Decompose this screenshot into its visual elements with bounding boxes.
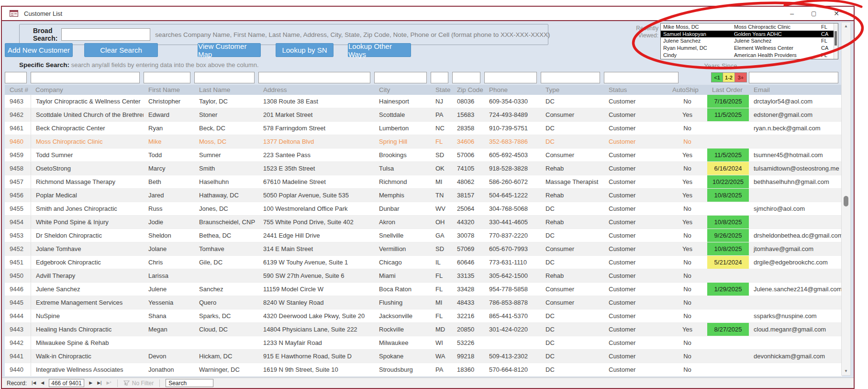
column-header-autoship[interactable]: AutoShip [668, 85, 707, 95]
cell-last-order: 5/21/2024 [707, 256, 749, 269]
recently-viewed-scrollbar[interactable] [834, 23, 838, 59]
cell-state: MI [431, 299, 452, 306]
scroll-down-icon[interactable]: ▼ [842, 367, 850, 375]
last-record-button[interactable]: ▶| [97, 381, 101, 385]
filter-input-first[interactable] [144, 72, 190, 83]
table-row[interactable]: 9457Richmond Massage TherapyBethHaselhuh… [5, 175, 842, 189]
filter-input-address[interactable] [258, 72, 370, 83]
column-header-phone[interactable]: Phone [484, 85, 541, 95]
table-row[interactable]: 9458OsetoStrongMarcySmith1523 E 35th Str… [5, 162, 842, 175]
table-row[interactable]: 9460Moss Chiropractic ClinicMikeMoss, DC… [5, 135, 842, 149]
table-row[interactable]: 9451Edgebrook ChiropracticChrisGile, DC6… [5, 256, 842, 269]
cell-company: Healing Hands Chiropractic [31, 323, 144, 336]
scroll-up-icon[interactable]: ▲ [842, 23, 850, 30]
table-row[interactable]: 9440Integrative Wellness AssociatesJonat… [5, 363, 842, 377]
table-row[interactable]: 9461Beck Chiropractic CenterRyanBeck, DC… [5, 122, 842, 135]
column-header-email[interactable]: Email [749, 85, 842, 95]
table-row[interactable]: 9442Milwaukee Spine & Rehab1233 N Mayfai… [5, 336, 842, 350]
cell-autoship: No [668, 205, 707, 212]
column-header-state[interactable]: State [431, 85, 452, 95]
column-header-lastorder[interactable]: Last Order [707, 85, 749, 95]
recently-viewed-item[interactable]: Julene SanchezJulene SanchezFL [661, 37, 838, 45]
recently-viewed-item[interactable]: Ryan Hummel, DCElement Wellness CenterCA [661, 45, 838, 52]
column-header-last[interactable]: Last Name [194, 85, 258, 95]
table-row[interactable]: 9450Advill TherapyLarissa590 SW 27th Ave… [5, 269, 842, 283]
scroll-thumb[interactable] [844, 196, 848, 206]
cell-company: NuSpine [31, 309, 144, 322]
column-header-zip[interactable]: Zip Code [452, 85, 484, 95]
cell-zip: 44320 [452, 218, 484, 226]
cell-last: Warninger, DC [194, 366, 258, 373]
filter-input-zip[interactable] [452, 72, 480, 83]
filter-input-city[interactable] [374, 72, 427, 83]
cell-autoship: No [668, 125, 707, 132]
maximize-button[interactable]: ▢ [811, 11, 816, 16]
table-row[interactable]: 9453Dr Sheldon ChiropracticSheldonBethea… [5, 229, 842, 242]
column-header-id[interactable]: Cust # [5, 85, 31, 95]
column-header-company[interactable]: Company [31, 85, 144, 95]
column-header-address[interactable]: Address [258, 85, 374, 95]
vertical-scrollbar[interactable]: ▲ ▼ [841, 22, 851, 376]
table-row[interactable]: 9452Jolane TomhaveJolaneTomhave314 E Mai… [5, 242, 842, 256]
column-header-city[interactable]: City [374, 85, 431, 95]
cell-autoship: Yes [668, 326, 707, 333]
filter-input-company[interactable] [31, 72, 140, 83]
filter-input-last[interactable] [194, 72, 255, 83]
cell-state: PA [431, 111, 452, 118]
filter-status[interactable]: No Filter [123, 380, 154, 387]
filter-input-id[interactable] [5, 72, 27, 83]
cell-last-order [707, 296, 749, 309]
table-row[interactable]: 9455Smith and Jones ChiropracticRussJone… [5, 202, 842, 216]
recently-viewed-scroll-thumb[interactable] [835, 31, 837, 46]
recently-viewed-item[interactable]: Mike Moss, DCMoss Chiropractic ClinicFL [661, 23, 838, 31]
cell-city: Snellville [374, 232, 431, 239]
cell-status: Customer [604, 218, 668, 226]
cell-id: 9443 [5, 326, 31, 333]
recently-viewed-item[interactable]: CindyAmerican Health ProvidersFL [661, 51, 838, 58]
table-row[interactable]: 9456Poplar MedicalJaredHathaway, DC5050 … [5, 189, 842, 202]
cell-phone: 301-424-0220 [484, 326, 541, 333]
first-record-button[interactable]: |◀ [32, 381, 36, 385]
table-row[interactable]: 9463Taylor Chiropractic & Wellness Cente… [5, 95, 842, 108]
cell-first: Megan [144, 326, 194, 333]
cell-id: 9453 [5, 232, 31, 239]
lookup-by-sn-button[interactable]: Lookup by SN [276, 43, 334, 57]
table-row[interactable]: 9446Julene SanchezJuleneSanchez11159 Mod… [5, 283, 842, 296]
cell-phone: 910-739-5751 [484, 125, 541, 132]
cell-last: Gile, DC [194, 259, 258, 266]
close-button[interactable]: ✕ [834, 10, 839, 17]
filter-input-phone[interactable] [484, 72, 537, 83]
last-order-date-chip: 6/16/2024 [707, 162, 749, 175]
table-row[interactable]: 9459Todd SumnerToddSumner223 Santee Pass… [5, 149, 842, 162]
table-row[interactable]: 9441Walk-in ChiropracticDevonHickam, DC9… [5, 350, 842, 363]
lookup-other-ways-button[interactable]: Lookup Other Ways [348, 43, 411, 57]
table-row[interactable]: 9444NuSpineShanaSparks, DC4320 Deerwood … [5, 309, 842, 323]
recently-viewed-list[interactable]: Mike Moss, DCMoss Chiropractic ClinicFLS… [660, 23, 838, 59]
minimize-button[interactable]: – [790, 10, 794, 17]
clear-search-button[interactable]: Clear Search [84, 43, 158, 57]
next-record-button[interactable]: ▶ [89, 381, 92, 385]
recently-viewed-item[interactable]: Samuel HakopyanGolden Years ADHCCA [661, 31, 838, 38]
table-row[interactable]: 9445Extreme Management ServicesYesseniaQ… [5, 296, 842, 309]
column-header-first[interactable]: First Name [144, 85, 194, 95]
broad-search-input[interactable] [61, 28, 150, 41]
cell-company: OsetoStrong [31, 162, 144, 175]
table-row[interactable]: 9462Scottdale United Church of the Breth… [5, 108, 842, 122]
last-order-date-chip: 11/5/2025 [707, 149, 749, 161]
record-search-input[interactable]: Search [166, 379, 213, 387]
column-header-type[interactable]: Type [541, 85, 604, 95]
view-customer-map-button[interactable]: View Customer Map [198, 43, 261, 57]
cell-city: Brookings [374, 151, 431, 159]
filter-input-email[interactable] [749, 72, 838, 83]
column-header-status[interactable]: Status [604, 85, 668, 95]
filter-input-status[interactable] [604, 72, 679, 83]
filter-input-state[interactable] [431, 72, 448, 83]
previous-record-button[interactable]: ◀ [41, 381, 44, 385]
cell-type: Consumer [541, 111, 604, 118]
table-row[interactable]: 9443Healing Hands ChiropracticMeganCloud… [5, 323, 842, 336]
table-row[interactable]: 9454White Pond Spine & InjuryJodieBrauns… [5, 216, 842, 229]
filter-input-type[interactable] [541, 72, 600, 83]
add-new-customer-button[interactable]: Add New Customer [5, 43, 73, 57]
record-position-box[interactable]: 466 of 9401 [49, 379, 84, 387]
new-record-button[interactable]: ▶* [106, 381, 111, 385]
